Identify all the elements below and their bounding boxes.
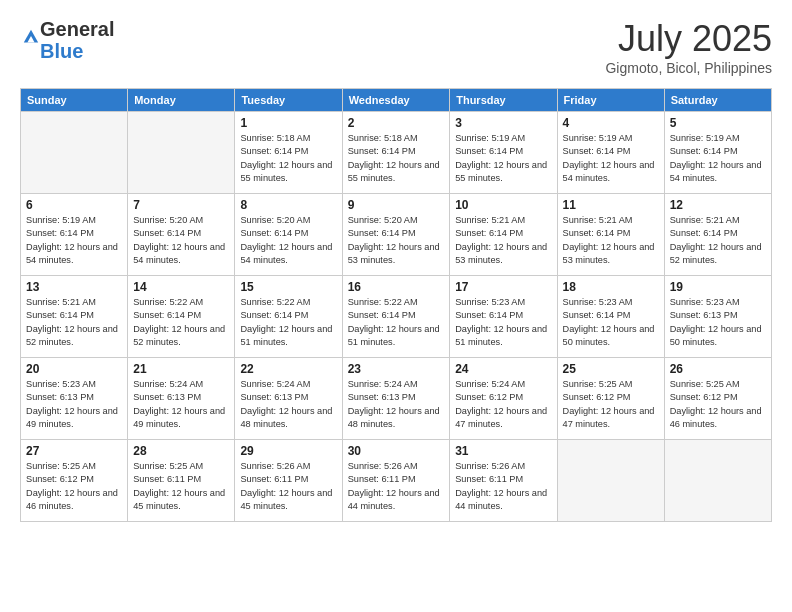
day-number: 28 [133,444,229,458]
day-number: 6 [26,198,122,212]
day-number: 18 [563,280,659,294]
day-info: Sunrise: 5:20 AM Sunset: 6:14 PM Dayligh… [240,214,336,267]
day-number: 27 [26,444,122,458]
day-info: Sunrise: 5:26 AM Sunset: 6:11 PM Dayligh… [455,460,551,513]
day-info: Sunrise: 5:19 AM Sunset: 6:14 PM Dayligh… [563,132,659,185]
day-number: 29 [240,444,336,458]
calendar-cell: 10Sunrise: 5:21 AM Sunset: 6:14 PM Dayli… [450,194,557,276]
calendar-cell: 14Sunrise: 5:22 AM Sunset: 6:14 PM Dayli… [128,276,235,358]
day-number: 2 [348,116,445,130]
calendar-cell: 5Sunrise: 5:19 AM Sunset: 6:14 PM Daylig… [664,112,771,194]
day-info: Sunrise: 5:21 AM Sunset: 6:14 PM Dayligh… [563,214,659,267]
day-info: Sunrise: 5:19 AM Sunset: 6:14 PM Dayligh… [455,132,551,185]
header: General Blue July 2025 Gigmoto, Bicol, P… [20,18,772,76]
day-info: Sunrise: 5:23 AM Sunset: 6:14 PM Dayligh… [455,296,551,349]
calendar-cell: 20Sunrise: 5:23 AM Sunset: 6:13 PM Dayli… [21,358,128,440]
calendar-cell: 30Sunrise: 5:26 AM Sunset: 6:11 PM Dayli… [342,440,450,522]
day-info: Sunrise: 5:19 AM Sunset: 6:14 PM Dayligh… [670,132,766,185]
calendar-cell [557,440,664,522]
calendar-week-row: 20Sunrise: 5:23 AM Sunset: 6:13 PM Dayli… [21,358,772,440]
day-header-row: Sunday Monday Tuesday Wednesday Thursday… [21,89,772,112]
calendar-cell: 19Sunrise: 5:23 AM Sunset: 6:13 PM Dayli… [664,276,771,358]
col-sunday: Sunday [21,89,128,112]
day-number: 7 [133,198,229,212]
day-info: Sunrise: 5:26 AM Sunset: 6:11 PM Dayligh… [240,460,336,513]
day-number: 13 [26,280,122,294]
day-info: Sunrise: 5:24 AM Sunset: 6:13 PM Dayligh… [133,378,229,431]
calendar-cell [21,112,128,194]
calendar-cell: 28Sunrise: 5:25 AM Sunset: 6:11 PM Dayli… [128,440,235,522]
calendar-week-row: 27Sunrise: 5:25 AM Sunset: 6:12 PM Dayli… [21,440,772,522]
calendar-week-row: 1Sunrise: 5:18 AM Sunset: 6:14 PM Daylig… [21,112,772,194]
calendar-cell: 31Sunrise: 5:26 AM Sunset: 6:11 PM Dayli… [450,440,557,522]
calendar-week-row: 6Sunrise: 5:19 AM Sunset: 6:14 PM Daylig… [21,194,772,276]
day-number: 17 [455,280,551,294]
calendar-cell: 15Sunrise: 5:22 AM Sunset: 6:14 PM Dayli… [235,276,342,358]
day-number: 24 [455,362,551,376]
calendar-cell: 26Sunrise: 5:25 AM Sunset: 6:12 PM Dayli… [664,358,771,440]
day-number: 20 [26,362,122,376]
calendar-cell: 23Sunrise: 5:24 AM Sunset: 6:13 PM Dayli… [342,358,450,440]
day-number: 10 [455,198,551,212]
month-title: July 2025 [605,18,772,60]
calendar-cell: 21Sunrise: 5:24 AM Sunset: 6:13 PM Dayli… [128,358,235,440]
day-info: Sunrise: 5:22 AM Sunset: 6:14 PM Dayligh… [133,296,229,349]
day-number: 5 [670,116,766,130]
day-number: 21 [133,362,229,376]
calendar-cell: 9Sunrise: 5:20 AM Sunset: 6:14 PM Daylig… [342,194,450,276]
calendar-cell [664,440,771,522]
calendar-cell: 25Sunrise: 5:25 AM Sunset: 6:12 PM Dayli… [557,358,664,440]
calendar-cell: 29Sunrise: 5:26 AM Sunset: 6:11 PM Dayli… [235,440,342,522]
day-info: Sunrise: 5:21 AM Sunset: 6:14 PM Dayligh… [455,214,551,267]
calendar-cell: 16Sunrise: 5:22 AM Sunset: 6:14 PM Dayli… [342,276,450,358]
day-info: Sunrise: 5:22 AM Sunset: 6:14 PM Dayligh… [348,296,445,349]
calendar-cell: 2Sunrise: 5:18 AM Sunset: 6:14 PM Daylig… [342,112,450,194]
day-number: 22 [240,362,336,376]
title-block: July 2025 Gigmoto, Bicol, Philippines [605,18,772,76]
logo-text: General Blue [40,18,114,62]
page: General Blue July 2025 Gigmoto, Bicol, P… [0,0,792,612]
day-info: Sunrise: 5:20 AM Sunset: 6:14 PM Dayligh… [348,214,445,267]
day-info: Sunrise: 5:23 AM Sunset: 6:14 PM Dayligh… [563,296,659,349]
day-info: Sunrise: 5:21 AM Sunset: 6:14 PM Dayligh… [670,214,766,267]
day-info: Sunrise: 5:23 AM Sunset: 6:13 PM Dayligh… [26,378,122,431]
calendar-cell: 3Sunrise: 5:19 AM Sunset: 6:14 PM Daylig… [450,112,557,194]
calendar-cell: 11Sunrise: 5:21 AM Sunset: 6:14 PM Dayli… [557,194,664,276]
day-info: Sunrise: 5:19 AM Sunset: 6:14 PM Dayligh… [26,214,122,267]
calendar-cell: 1Sunrise: 5:18 AM Sunset: 6:14 PM Daylig… [235,112,342,194]
day-info: Sunrise: 5:23 AM Sunset: 6:13 PM Dayligh… [670,296,766,349]
day-info: Sunrise: 5:22 AM Sunset: 6:14 PM Dayligh… [240,296,336,349]
day-info: Sunrise: 5:18 AM Sunset: 6:14 PM Dayligh… [348,132,445,185]
day-number: 1 [240,116,336,130]
day-number: 8 [240,198,336,212]
col-monday: Monday [128,89,235,112]
day-number: 26 [670,362,766,376]
calendar-cell: 4Sunrise: 5:19 AM Sunset: 6:14 PM Daylig… [557,112,664,194]
location: Gigmoto, Bicol, Philippines [605,60,772,76]
day-info: Sunrise: 5:25 AM Sunset: 6:12 PM Dayligh… [670,378,766,431]
calendar-cell: 7Sunrise: 5:20 AM Sunset: 6:14 PM Daylig… [128,194,235,276]
calendar-cell: 8Sunrise: 5:20 AM Sunset: 6:14 PM Daylig… [235,194,342,276]
calendar-cell: 18Sunrise: 5:23 AM Sunset: 6:14 PM Dayli… [557,276,664,358]
calendar-cell: 17Sunrise: 5:23 AM Sunset: 6:14 PM Dayli… [450,276,557,358]
day-number: 11 [563,198,659,212]
day-number: 25 [563,362,659,376]
day-number: 16 [348,280,445,294]
day-info: Sunrise: 5:25 AM Sunset: 6:12 PM Dayligh… [563,378,659,431]
day-info: Sunrise: 5:25 AM Sunset: 6:11 PM Dayligh… [133,460,229,513]
col-friday: Friday [557,89,664,112]
day-info: Sunrise: 5:24 AM Sunset: 6:13 PM Dayligh… [240,378,336,431]
day-info: Sunrise: 5:20 AM Sunset: 6:14 PM Dayligh… [133,214,229,267]
day-info: Sunrise: 5:24 AM Sunset: 6:12 PM Dayligh… [455,378,551,431]
calendar-cell: 27Sunrise: 5:25 AM Sunset: 6:12 PM Dayli… [21,440,128,522]
day-info: Sunrise: 5:25 AM Sunset: 6:12 PM Dayligh… [26,460,122,513]
calendar-week-row: 13Sunrise: 5:21 AM Sunset: 6:14 PM Dayli… [21,276,772,358]
logo-blue: Blue [40,40,83,62]
day-info: Sunrise: 5:24 AM Sunset: 6:13 PM Dayligh… [348,378,445,431]
day-number: 31 [455,444,551,458]
calendar: Sunday Monday Tuesday Wednesday Thursday… [20,88,772,522]
day-number: 30 [348,444,445,458]
day-number: 12 [670,198,766,212]
calendar-cell [128,112,235,194]
logo-general: General [40,18,114,40]
